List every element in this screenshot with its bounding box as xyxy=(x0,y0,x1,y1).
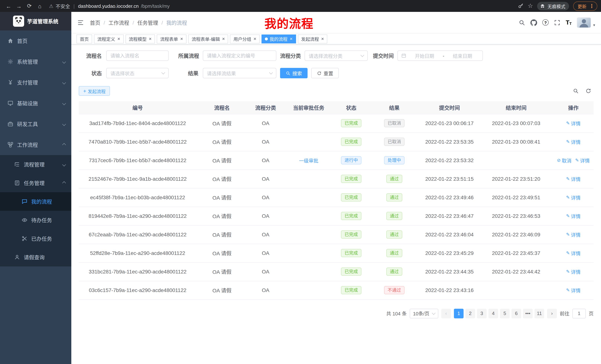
prev-page-button[interactable]: ‹ xyxy=(441,308,451,318)
browser-menu-button[interactable]: 更新 ⋮ xyxy=(573,1,597,10)
tab-process-model[interactable]: 流程模型× xyxy=(125,34,155,43)
sidebar-item-workflow[interactable]: 工作流程 xyxy=(0,134,71,155)
toolbar-refresh-button[interactable] xyxy=(585,88,591,94)
submit-time-range-picker[interactable]: 开始日期 - 结束日期 xyxy=(397,50,483,61)
cell-actions: ✎详情 xyxy=(553,207,594,225)
sidebar-item-done-tasks[interactable]: 已办任务 xyxy=(0,229,71,248)
sidebar-item-infrastructure[interactable]: 基础设施 xyxy=(0,93,71,114)
detail-link[interactable]: ✎详情 xyxy=(566,175,581,182)
browser-home-icon[interactable]: ⌂ xyxy=(35,1,45,11)
close-icon[interactable]: × xyxy=(321,36,324,41)
page-button-4[interactable]: 4 xyxy=(489,308,498,318)
back-icon[interactable]: ← xyxy=(4,1,13,11)
detail-link[interactable]: ✎详情 xyxy=(566,249,581,257)
page-size-select[interactable]: 10条/页 xyxy=(410,308,438,318)
end-date-placeholder: 结束日期 xyxy=(446,52,479,59)
reset-button[interactable]: 重置 xyxy=(311,68,339,78)
fullscreen-icon[interactable] xyxy=(554,19,561,26)
result-select[interactable]: 请选择流结果 xyxy=(203,68,276,78)
tab-start-process[interactable]: 发起流程× xyxy=(298,34,327,43)
close-icon[interactable]: × xyxy=(180,36,183,41)
next-page-button[interactable]: › xyxy=(547,308,557,318)
close-icon[interactable]: × xyxy=(149,36,151,41)
tab-process-form-edit[interactable]: 流程表单-编辑× xyxy=(188,34,228,43)
header-search-icon[interactable] xyxy=(519,19,525,26)
sidebar-item-label: 待办任务 xyxy=(31,216,52,224)
page-button-11[interactable]: 11 xyxy=(534,308,544,318)
close-icon[interactable]: × xyxy=(117,36,120,41)
cell-process-id: 2152467e-7b9b-11ec-9a1b-acde48001122 xyxy=(79,170,197,188)
url-host: dashboard.yudao.iocoder.cn xyxy=(78,3,139,9)
cell-result: 通过 xyxy=(369,207,420,225)
breadcrumb: 首页/工作流程/任务管理/我的流程 xyxy=(90,19,187,26)
breadcrumb-item[interactable]: 工作流程 xyxy=(109,19,129,26)
sidebar-item-leave-query[interactable]: 请假查询 xyxy=(0,248,71,266)
page-button-1[interactable]: 1 xyxy=(454,308,464,318)
create-process-button[interactable]: + 发起流程 xyxy=(79,86,110,96)
workflow-icon xyxy=(7,142,13,148)
address-separator: | xyxy=(73,3,75,9)
forward-icon[interactable]: → xyxy=(14,1,24,11)
breadcrumb-item[interactable]: 任务管理 xyxy=(137,19,158,26)
help-icon[interactable]: ? xyxy=(542,19,549,26)
sidebar-item-todo-tasks[interactable]: 待办任务 xyxy=(0,211,71,229)
close-icon[interactable]: × xyxy=(253,36,256,41)
cell-actions: ✎详情 xyxy=(553,170,594,188)
detail-link[interactable]: ✎详情 xyxy=(566,268,581,275)
sidebar-item-process-mgmt[interactable]: 流程管理 xyxy=(0,155,71,174)
category-select[interactable]: 请选择流程分类 xyxy=(305,50,368,61)
reload-icon[interactable]: ⟳ xyxy=(25,1,34,11)
close-icon[interactable]: × xyxy=(290,36,292,41)
page-button-2[interactable]: 2 xyxy=(465,308,475,318)
page-button-3[interactable]: 3 xyxy=(477,308,487,318)
sidebar-item-task-mgmt[interactable]: 任务管理 xyxy=(0,174,71,192)
cell-process-id: 7317cec6-7b9b-11ec-b5b7-acde48001122 xyxy=(79,151,197,170)
sidebar-item-home[interactable]: 首页 xyxy=(0,30,71,51)
tab-process-definition[interactable]: 流程定义× xyxy=(94,34,123,43)
reset-button-label: 重置 xyxy=(323,70,333,77)
address-bar[interactable]: ⚠ 不安全 | dashboard.yudao.iocoder.cn/bpm/t… xyxy=(49,2,517,10)
tab-home[interactable]: 首页 xyxy=(77,34,92,43)
caret-down-icon[interactable]: ▾ xyxy=(593,23,595,28)
detail-link[interactable]: ✎详情 xyxy=(566,138,581,145)
detail-link[interactable]: ✎详情 xyxy=(566,194,581,201)
bookmark-star-icon[interactable]: ☆ xyxy=(528,3,533,9)
sidebar-item-payment[interactable]: 支付管理 xyxy=(0,72,71,93)
cell-submit-time: 2022-01-22 23:45:29 xyxy=(420,244,479,262)
detail-link[interactable]: ✎详情 xyxy=(566,231,581,238)
tab-user-group[interactable]: 用户分组× xyxy=(230,34,260,43)
current-task-link[interactable]: 一级审批 xyxy=(299,157,318,164)
scissors-icon xyxy=(21,236,28,241)
detail-link[interactable]: ✎详情 xyxy=(566,212,581,220)
page-ellipsis[interactable]: ••• xyxy=(523,308,533,318)
status-select[interactable]: 请选择状态 xyxy=(106,68,169,78)
toolbar-search-button[interactable] xyxy=(573,88,579,94)
page-button-5[interactable]: 5 xyxy=(500,308,510,318)
hamburger-icon[interactable] xyxy=(77,19,84,26)
submenu-task-mgmt: 我的流程待办任务已办任务 xyxy=(0,192,71,248)
detail-link[interactable]: ✎详情 xyxy=(566,120,581,127)
sidebar-item-my-process[interactable]: 我的流程 xyxy=(0,192,71,211)
breadcrumb-item[interactable]: 首页 xyxy=(90,19,100,26)
tab-process-form[interactable]: 流程表单× xyxy=(157,34,186,43)
avatar[interactable] xyxy=(577,17,591,28)
process-def-input[interactable] xyxy=(203,50,276,61)
key-icon[interactable] xyxy=(518,3,523,9)
security-label[interactable]: 不安全 xyxy=(56,2,70,10)
process-name-input[interactable] xyxy=(106,50,169,61)
action-label: 详情 xyxy=(580,157,590,164)
app-logo[interactable]: 芋道管理系统 xyxy=(0,12,71,30)
goto-page-input[interactable] xyxy=(572,308,586,318)
close-icon[interactable]: × xyxy=(222,36,225,41)
tab-my-process[interactable]: 我的流程× xyxy=(261,34,296,43)
cancel-link[interactable]: ⊘取消 xyxy=(557,157,571,164)
sidebar-item-system[interactable]: 系统管理 xyxy=(0,51,71,72)
font-size-icon[interactable]: TT xyxy=(566,19,572,25)
sidebar-item-dev-tools[interactable]: 研发工具 xyxy=(0,114,71,134)
detail-link[interactable]: ✎详情 xyxy=(566,287,581,294)
detail-link[interactable]: ✎详情 xyxy=(575,157,590,164)
page-button-6[interactable]: 6 xyxy=(511,308,521,318)
breadcrumb-separator: / xyxy=(133,19,134,25)
github-icon[interactable] xyxy=(531,19,537,26)
search-button[interactable]: 搜索 xyxy=(280,68,308,78)
